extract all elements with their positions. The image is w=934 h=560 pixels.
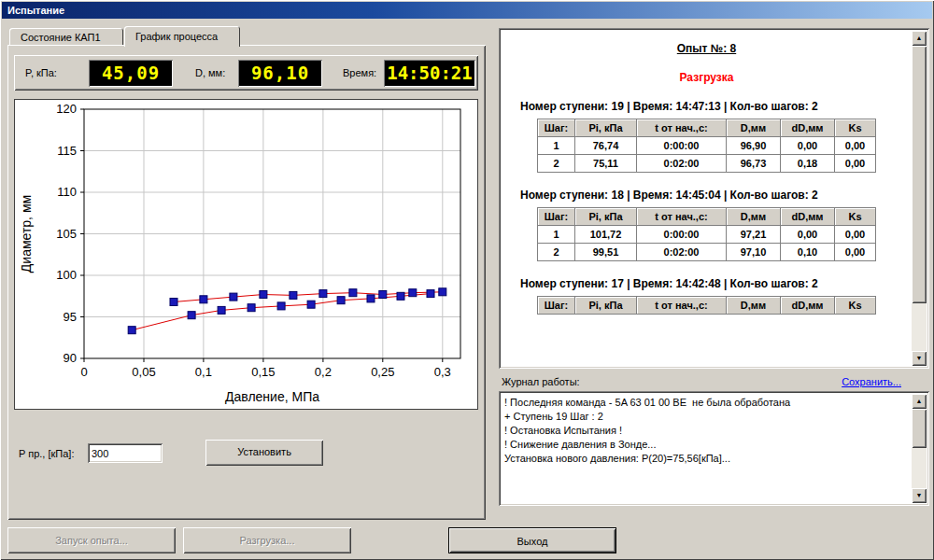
log-label-row: Журнал работы: Сохранить... (502, 376, 929, 389)
svg-text:115: 115 (57, 144, 77, 158)
unloading-button[interactable]: Разгрузка... (183, 527, 351, 553)
stage-table-header-row: Шаг:Pi, кПаt от нач.,с:D,ммdD,ммKs (538, 297, 876, 315)
pressure-display: 45,09 (89, 60, 173, 87)
svg-text:110: 110 (57, 185, 77, 199)
pressure-label: P, кПа: (25, 67, 57, 78)
results-scrollbar-thumb[interactable] (912, 46, 927, 303)
svg-text:0,3: 0,3 (434, 365, 451, 379)
scroll-down-icon[interactable]: ▼ (912, 351, 927, 366)
svg-text:0,15: 0,15 (251, 365, 275, 379)
stage-table-row: 275,110:02:0096,730,180,00 (538, 155, 876, 173)
experiment-mode: Разгрузка (502, 71, 912, 84)
stage-table-header-row: Шаг:Pi, кПаt от нач.,с:D,ммdD,ммKs (538, 119, 876, 137)
stage-table-header-cell: t от нач.,с: (637, 208, 727, 226)
log-label: Журнал работы: (502, 376, 580, 387)
svg-text:90: 90 (64, 351, 77, 365)
stage-table-cell: 0:02:00 (637, 155, 727, 173)
window-title: Испытание (7, 5, 64, 16)
log-scroll-down-icon[interactable]: ▼ (912, 488, 927, 503)
stage-table-header-cell: Ks (835, 119, 876, 137)
stage-table-header-cell: Pi, кПа (575, 208, 637, 226)
stage-table-cell: 0,10 (781, 244, 835, 261)
titlebar: Испытание (2, 2, 932, 19)
svg-text:95: 95 (64, 310, 77, 324)
svg-text:0,05: 0,05 (132, 365, 155, 379)
log-scrollbar-thumb[interactable] (912, 409, 927, 448)
target-pressure-input[interactable] (88, 443, 163, 463)
stage-table-row: 1101,720:00:0097,210,000,00 (538, 226, 876, 244)
stage-table-header-cell: Ks (835, 208, 876, 226)
log-text: ! Последняя команда - 5A 63 01 00 BE не … (502, 395, 911, 502)
stage-table-cell: 1 (538, 137, 575, 155)
diameter-display: 96,10 (238, 60, 322, 87)
stage-table-cell: 97,21 (727, 226, 781, 244)
process-tab-page: P, кПа: 45,09 D, мм: 96,10 Время: 14:50:… (7, 45, 486, 520)
stage-table-row: 299,510:02:0097,100,100,00 (538, 244, 876, 261)
set-pressure-button[interactable]: Установить (205, 440, 323, 466)
stage-table-cell: 0,00 (781, 226, 835, 244)
stage-table-header-row: Шаг:Pi, кПаt от нач.,с:D,ммdD,ммKs (538, 208, 876, 226)
save-log-link[interactable]: Сохранить... (842, 376, 901, 387)
stage-table-header-cell: dD,мм (781, 208, 835, 226)
stage-table: Шаг:Pi, кПаt от нач.,с:D,ммdD,ммKs1101,7… (537, 207, 876, 261)
svg-text:0: 0 (80, 365, 87, 379)
experiment-title: Опыт №: 8 (502, 42, 912, 55)
stage-table-cell: 0,18 (781, 155, 835, 173)
stage-table-header-cell: Pi, кПа (575, 297, 637, 315)
unloading-button-label: Разгрузка... (240, 535, 295, 546)
log-scrollbar[interactable]: ▲ ▼ (912, 394, 927, 503)
log-box: ! Последняя команда - 5A 63 01 00 BE не … (499, 391, 929, 506)
exit-button-label: Выход (517, 536, 548, 547)
stage-table-cell: 0,00 (835, 155, 876, 173)
stage-table-header-cell: Шаг: (538, 119, 575, 137)
stage-table-cell: 2 (538, 244, 575, 261)
set-pressure-button-label: Установить (237, 446, 291, 457)
stage-table-header-cell: Шаг: (538, 208, 575, 226)
tab-process-chart-label: График процесса (135, 31, 218, 42)
log-scroll-up-icon[interactable]: ▲ (912, 394, 927, 409)
app-window: Испытание Состояние КАП1 График процесса… (0, 0, 934, 560)
stage-table-cell: 1 (538, 226, 575, 244)
stage-table-header-cell: t от нач.,с: (637, 297, 727, 315)
svg-text:Давление, МПа: Давление, МПа (225, 389, 319, 404)
scroll-up-icon[interactable]: ▲ (912, 31, 927, 46)
stage-table-cell: 0,00 (835, 137, 876, 155)
target-pressure-label: P пр., [кПа]: (19, 448, 74, 459)
process-chart: 00,050,10,150,20,250,3909510010511011512… (14, 99, 478, 410)
svg-text:Диаметр, мм: Диаметр, мм (19, 195, 34, 273)
stage-header: Номер ступени: 17 | Время: 14:42:48 | Ко… (520, 277, 912, 290)
stage-table-header-cell: dD,мм (781, 119, 835, 137)
stage-table: Шаг:Pi, кПаt от нач.,с:D,ммdD,ммKs (537, 296, 876, 315)
stage-table-cell: 2 (538, 155, 575, 173)
tab-process-chart[interactable]: График процесса (124, 26, 240, 47)
stages-container: Номер ступени: 19 | Время: 14:47:13 | Ко… (502, 100, 912, 315)
stage-table-header-cell: Ks (835, 297, 876, 315)
tab-state-kap1-label: Состояние КАП1 (21, 32, 101, 43)
stage-table-cell: 96,90 (727, 137, 781, 155)
stage-table-cell: 76,74 (575, 137, 637, 155)
svg-text:0,2: 0,2 (315, 365, 332, 379)
tab-state-kap1[interactable]: Состояние КАП1 (9, 28, 123, 47)
svg-text:100: 100 (56, 268, 77, 282)
stage-table-header-cell: Шаг: (538, 297, 575, 315)
exit-button[interactable]: Выход (448, 527, 616, 553)
stage-table-header-cell: dD,мм (781, 297, 835, 315)
stage-table-cell: 101,72 (575, 226, 637, 244)
diameter-label: D, мм: (195, 67, 225, 78)
results-scrollbar[interactable]: ▲ ▼ (912, 31, 927, 366)
stage-header: Номер ступени: 18 | Время: 14:45:04 | Ко… (520, 189, 912, 202)
results-panel: Опыт №: 8 Разгрузка Номер ступени: 19 | … (499, 28, 929, 369)
svg-text:120: 120 (56, 102, 77, 116)
stage-table-cell: 75,11 (575, 155, 637, 173)
results-content: Опыт №: 8 Разгрузка Номер ступени: 19 | … (502, 31, 912, 366)
svg-text:0,1: 0,1 (195, 365, 212, 379)
start-experiment-button[interactable]: Запуск опыта... (7, 527, 176, 553)
readout-bar: P, кПа: 45,09 D, мм: 96,10 Время: 14:50:… (14, 55, 478, 91)
stage-table-row: 176,740:00:0096,900,000,00 (538, 137, 876, 155)
time-display: 14:50:21 (384, 60, 475, 87)
svg-text:0,25: 0,25 (371, 365, 394, 379)
stage-header: Номер ступени: 19 | Время: 14:47:13 | Ко… (520, 100, 912, 113)
stage-table-cell: 0:00:00 (637, 137, 727, 155)
stage-table-header-cell: Pi, кПа (575, 119, 637, 137)
stage-table-header-cell: t от нач.,с: (637, 119, 727, 137)
